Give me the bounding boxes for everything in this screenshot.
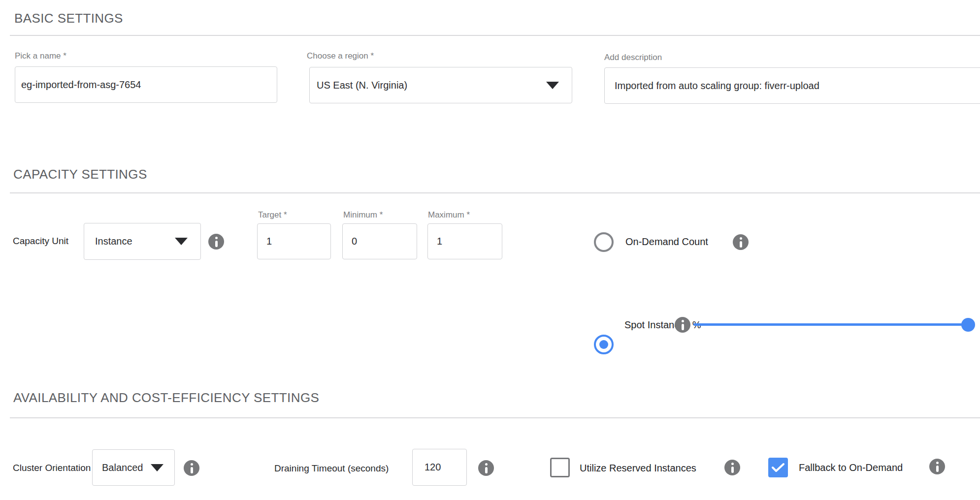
chevron-down-icon [546, 82, 559, 89]
draining-timeout-label: Draining Timeout (seconds) [274, 462, 389, 475]
draining-timeout-info-icon[interactable] [478, 460, 494, 476]
spot-instances-info-icon[interactable] [675, 317, 690, 333]
minimum-input[interactable] [342, 223, 417, 259]
maximum-input[interactable] [427, 223, 502, 259]
capacity-settings-divider [10, 192, 980, 193]
slider-track[interactable] [693, 323, 962, 326]
region-dropdown[interactable]: US East (N. Virginia) [309, 67, 572, 103]
availability-settings-title: AVAILABILITY AND COST-EFFICIENCY SETTING… [13, 389, 319, 406]
spot-instances-radio[interactable] [594, 335, 614, 354]
cluster-orientation-label: Cluster Orientation [13, 462, 91, 474]
utilize-reserved-instances-checkbox[interactable] [550, 458, 570, 477]
slider-thumb[interactable] [961, 318, 975, 332]
description-field-label: Add description [604, 52, 662, 63]
capacity-unit-label: Capacity Unit [13, 235, 68, 248]
region-dropdown-value: US East (N. Virginia) [317, 80, 407, 91]
cluster-orientation-dropdown[interactable]: Balanced [92, 449, 175, 486]
capacity-unit-info-icon[interactable] [208, 234, 224, 250]
minimum-field-label: Minimum * [343, 210, 383, 220]
basic-settings-divider [10, 35, 980, 36]
on-demand-count-info-icon[interactable] [733, 234, 749, 250]
capacity-unit-dropdown-value: Instance [95, 236, 132, 247]
on-demand-count-radio[interactable] [594, 232, 614, 252]
target-input[interactable] [257, 223, 331, 259]
basic-settings-title: BASIC SETTINGS [14, 10, 123, 27]
name-input[interactable] [15, 66, 277, 103]
capacity-settings-title: CAPACITY SETTINGS [13, 166, 147, 183]
target-field-label: Target * [258, 210, 287, 220]
draining-timeout-input[interactable] [412, 449, 467, 486]
name-field-label: Pick a name * [15, 51, 66, 62]
cluster-orientation-info-icon[interactable] [184, 460, 199, 476]
fallback-to-on-demand-label: Fallback to On-Demand [799, 461, 903, 474]
settings-page: { "basic_settings": { "title": "BASIC SE… [0, 0, 980, 500]
maximum-field-label: Maximum * [428, 210, 470, 220]
capacity-unit-dropdown[interactable]: Instance [84, 223, 201, 260]
on-demand-count-label: On-Demand Count [625, 235, 708, 248]
utilize-reserved-instances-label: Utilize Reserved Instances [580, 462, 696, 474]
availability-settings-divider [10, 417, 980, 418]
utilize-reserved-instances-info-icon[interactable] [724, 460, 740, 475]
check-icon [772, 463, 784, 472]
chevron-down-icon [151, 464, 163, 471]
cluster-orientation-dropdown-value: Balanced [102, 462, 143, 473]
region-field-label: Choose a region * [307, 51, 374, 62]
fallback-to-on-demand-checkbox[interactable] [768, 458, 788, 477]
chevron-down-icon [175, 238, 188, 245]
description-input[interactable] [604, 67, 980, 104]
fallback-to-on-demand-info-icon[interactable] [929, 459, 945, 474]
